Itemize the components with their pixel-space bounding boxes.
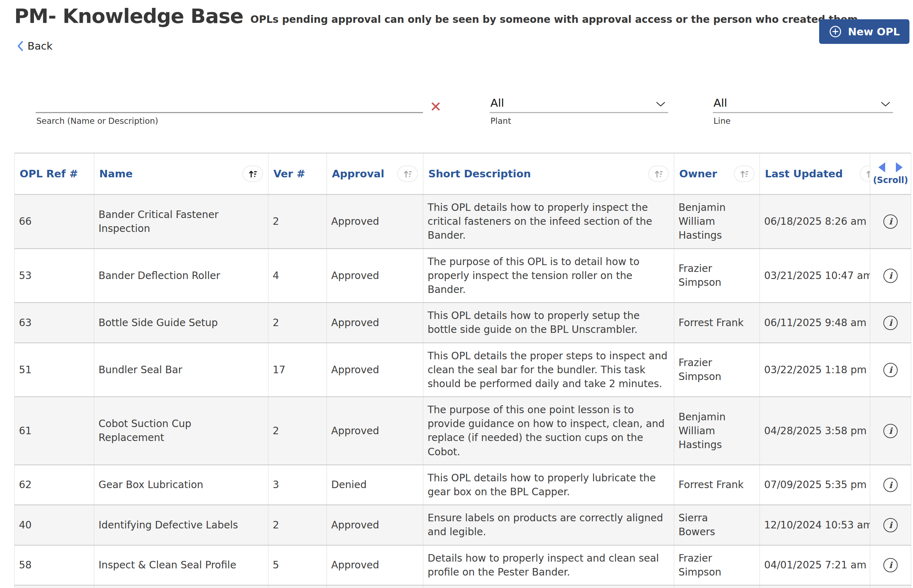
updated-cell: 06/18/2025 8:26 am <box>760 194 870 249</box>
scroll-right-icon[interactable] <box>896 162 903 172</box>
info-icon[interactable]: i <box>883 363 898 377</box>
updated-cell: 04/28/2025 3:58 pm <box>760 397 870 465</box>
empty-cell <box>423 585 674 588</box>
plus-circle-icon <box>829 25 842 38</box>
table-row[interactable]: 62Gear Box Lubrication3DeniedThis OPL de… <box>15 465 911 505</box>
page-title: PM- Knowledge Base <box>14 4 243 27</box>
empty-cell <box>94 585 268 588</box>
plant-select[interactable]: All Plant <box>490 91 668 126</box>
column-label: Last Updated <box>765 168 843 180</box>
column-header-approval[interactable]: Approval <box>327 153 423 194</box>
column-header-ver: Ver # <box>268 153 327 194</box>
ref-cell: 40 <box>15 505 94 545</box>
approval-cell: Approved <box>327 302 423 342</box>
table-row[interactable]: 58Inspect & Clean Seal Profile5ApprovedD… <box>15 545 911 585</box>
column-header-name[interactable]: Name <box>94 153 268 194</box>
scroll-left-icon[interactable] <box>878 162 885 172</box>
description-cell: This OPL details how to properly lubrica… <box>423 465 674 505</box>
info-icon[interactable]: i <box>883 424 898 438</box>
ref-cell: 63 <box>15 302 94 342</box>
ver-cell: 2 <box>268 302 327 342</box>
info-icon[interactable]: i <box>883 478 898 492</box>
ref-cell: 51 <box>15 343 94 397</box>
search-input[interactable] <box>36 91 423 113</box>
name-cell: Inspect & Clean Seal Profile <box>94 545 268 585</box>
back-button[interactable]: Back <box>16 40 52 52</box>
horizontal-scroll-control: (Scroll) <box>875 162 906 185</box>
ver-cell: 4 <box>268 249 327 303</box>
plant-selected-value: All <box>490 96 504 109</box>
description-cell: This OPL details how to properly setup t… <box>423 302 674 342</box>
info-icon[interactable]: i <box>883 269 898 283</box>
empty-cell <box>327 585 423 588</box>
search-label: Search (Name or Description) <box>36 116 423 126</box>
search-field: Search (Name or Description) <box>36 91 423 126</box>
table-row[interactable]: 61Cobot Suction Cup Replacement2Approved… <box>15 397 911 465</box>
table-row[interactable]: 66Bander Critical Fastener Inspection2Ap… <box>15 194 911 249</box>
name-cell: Bundler Seal Bar <box>94 343 268 397</box>
table-row[interactable]: 53Bander Deflection Roller4ApprovedThe p… <box>15 249 911 303</box>
table-row[interactable]: 40Identifying Defective Labels2ApprovedE… <box>15 505 911 545</box>
info-cell: i <box>870 194 911 249</box>
column-label: Name <box>99 168 133 180</box>
table-header-row: OPL Ref #Name Ver #Approval Short Descri… <box>15 153 911 194</box>
line-select[interactable]: All Line <box>713 91 893 126</box>
approval-cell: Approved <box>327 545 423 585</box>
back-label: Back <box>27 40 52 52</box>
info-icon[interactable]: i <box>883 518 898 532</box>
updated-cell: 04/01/2025 7:21 am <box>760 545 870 585</box>
info-icon[interactable]: i <box>883 316 898 330</box>
empty-cell <box>268 585 327 588</box>
owner-cell: Forrest Frank <box>674 302 760 342</box>
name-cell: Bander Deflection Roller <box>94 249 268 303</box>
description-cell: This OPL details the proper steps to ins… <box>423 343 674 397</box>
line-selected-value: All <box>713 96 727 109</box>
updated-cell: 03/21/2025 10:47 am <box>760 249 870 303</box>
approval-cell: Approved <box>327 397 423 465</box>
sort-icon[interactable] <box>242 166 263 182</box>
column-label: OPL Ref # <box>19 168 78 180</box>
sort-icon[interactable] <box>397 166 418 182</box>
description-cell: Details how to properly inspect and clea… <box>423 545 674 585</box>
clear-search-icon[interactable]: ✕ <box>430 100 442 114</box>
filter-bar: Search (Name or Description) ✕ All Plant… <box>0 91 913 134</box>
sort-icon[interactable] <box>648 166 669 182</box>
opl-table: OPL Ref #Name Ver #Approval Short Descri… <box>14 153 911 588</box>
page-header: PM- Knowledge Base OPLs pending approval… <box>14 4 861 27</box>
info-icon[interactable]: i <box>883 215 898 229</box>
updated-cell: 12/10/2024 10:53 am <box>760 505 870 545</box>
ref-cell: 61 <box>15 397 94 465</box>
sort-icon[interactable] <box>860 166 870 182</box>
name-cell: Bander Critical Fastener Inspection <box>94 194 268 249</box>
column-header-owner[interactable]: Owner <box>674 153 760 194</box>
updated-cell: 03/22/2025 1:18 pm <box>760 343 870 397</box>
table-row[interactable]: 51Bundler Seal Bar17ApprovedThis OPL det… <box>15 343 911 397</box>
approval-cell: Approved <box>327 343 423 397</box>
ref-cell: 66 <box>15 194 94 249</box>
table-row[interactable]: 63Bottle Side Guide Setup2ApprovedThis O… <box>15 302 911 342</box>
owner-cell: Benjamin William Hastings <box>674 397 760 465</box>
info-icon[interactable]: i <box>883 558 898 572</box>
info-cell: i <box>870 249 911 303</box>
updated-cell: 07/09/2025 5:35 pm <box>760 465 870 505</box>
approval-cell: Approved <box>327 194 423 249</box>
new-opl-button[interactable]: New OPL <box>819 19 910 44</box>
ver-cell: 2 <box>268 397 327 465</box>
info-cell: i <box>870 465 911 505</box>
info-cell: i <box>870 397 911 465</box>
sort-icon[interactable] <box>734 166 755 182</box>
column-header-ref: OPL Ref # <box>15 153 94 194</box>
column-label: Approval <box>332 168 385 180</box>
ref-cell: 62 <box>15 465 94 505</box>
empty-cell <box>674 585 760 588</box>
plant-label: Plant <box>490 116 668 126</box>
approval-cell: Denied <box>327 465 423 505</box>
owner-cell: Sierra Bowers <box>674 505 760 545</box>
column-label: Short Description <box>428 168 531 180</box>
column-header-description[interactable]: Short Description <box>423 153 674 194</box>
ver-cell: 3 <box>268 465 327 505</box>
column-header-updated[interactable]: Last Updated <box>760 153 870 194</box>
empty-cell <box>760 585 870 588</box>
name-cell: Bottle Side Guide Setup <box>94 302 268 342</box>
ref-cell: 58 <box>15 545 94 585</box>
